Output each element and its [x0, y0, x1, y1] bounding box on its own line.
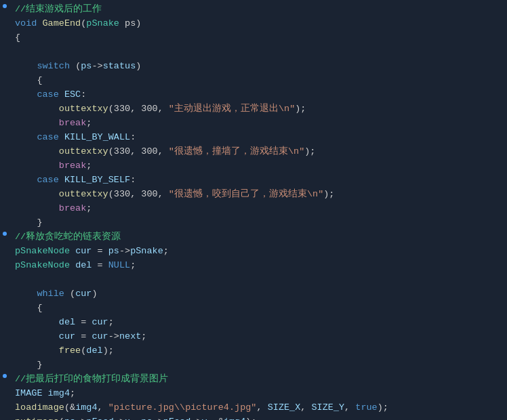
line-content: case ESC: [9, 88, 507, 102]
gutter-marker [0, 358, 9, 360]
line-content: case KILL_BY_WALL: [9, 131, 507, 145]
token: ) [92, 289, 97, 299]
token: //释放贪吃蛇的链表资源 [15, 232, 121, 242]
token: "很遗憾，撞墙了，游戏结束\n" [169, 146, 304, 156]
token: pSnakeNode [15, 260, 75, 270]
gutter-marker [0, 301, 9, 303]
token: -> [75, 417, 86, 420]
gutter-marker [0, 259, 9, 260]
gutter-marker [0, 344, 9, 345]
token: while [37, 289, 70, 299]
token: { [37, 75, 42, 85]
gutter-marker [0, 159, 9, 161]
token: void [15, 18, 43, 28]
token: ); [103, 345, 114, 356]
token: ; [70, 388, 75, 398]
gutter-marker [0, 188, 9, 189]
line-content: IMAGE img4; [9, 387, 507, 401]
gutter-marker [0, 131, 9, 132]
code-line: } [0, 358, 507, 373]
token: break [59, 118, 87, 128]
token: IMAGE [15, 388, 48, 398]
token: ; [86, 203, 92, 213]
token: ESC [64, 89, 81, 100]
token: img4 [48, 388, 70, 398]
line-content: { [9, 31, 507, 45]
token: img4 [224, 417, 245, 420]
code-editor: //结束游戏后的工作void GameEnd(pSnake ps){ switc… [0, 0, 507, 420]
gutter-marker [0, 102, 9, 104]
token: KILL_BY_WALL [64, 132, 130, 142]
gutter-marker [0, 373, 9, 378]
gutter-marker [0, 330, 9, 331]
token: , [300, 402, 311, 413]
token: ( [59, 417, 64, 420]
token: break [59, 161, 87, 171]
token: ps [81, 61, 92, 71]
token: pFood [86, 417, 114, 420]
code-line [0, 45, 507, 60]
token: , [98, 402, 108, 413]
line-content [9, 273, 507, 287]
line-content: pSnakeNode del = NULL; [9, 259, 507, 273]
code-line: while (cur) [0, 287, 507, 301]
line-content: pSnakeNode cur = ps->pSnake; [9, 245, 507, 259]
line-content: void GameEnd(pSnake ps) [9, 17, 507, 31]
token: ( [70, 289, 75, 299]
code-line: pSnakeNode cur = ps->pSnake; [0, 245, 507, 259]
token: (& [64, 402, 75, 413]
code-line: //释放贪吃蛇的链表资源 [0, 230, 507, 245]
token: outtextxy [59, 189, 108, 199]
token: ps [64, 417, 75, 420]
token: -> [119, 246, 130, 256]
gutter-marker [0, 401, 9, 402]
gutter-dot [3, 4, 7, 8]
token: putimage [15, 417, 59, 420]
token: pSnakeNode [15, 246, 75, 256]
gutter-marker [0, 88, 9, 89]
code-line: free(del); [0, 344, 507, 358]
token: -> [108, 331, 119, 341]
token: outtextxy [59, 146, 108, 156]
gutter-dot [3, 232, 7, 236]
token: SIZE_X [268, 402, 301, 413]
line-content: outtextxy(330, 300, "主动退出游戏，正常退出\n"); [9, 102, 507, 117]
gutter-marker [0, 31, 9, 33]
token: ) [136, 61, 141, 71]
gutter-marker [0, 74, 9, 75]
gutter-marker [0, 316, 9, 317]
gutter-marker [0, 3, 9, 8]
token: ); [378, 402, 388, 413]
token: img4 [75, 402, 97, 413]
code-line: switch (ps->status) [0, 60, 507, 74]
token: , & [207, 417, 224, 420]
token: } [37, 217, 42, 228]
code-line: case ESC: [0, 88, 507, 102]
line-content: //结束游戏后的工作 [9, 3, 507, 17]
line-content: loadimage(&img4, "picture.jpg\\picture4.… [9, 401, 507, 415]
token: = [81, 317, 92, 327]
token: } [37, 360, 42, 370]
code-line: { [0, 74, 507, 88]
line-content: { [9, 74, 507, 88]
gutter-marker [0, 45, 9, 47]
token: ); [245, 417, 256, 420]
token: "很遗憾，咬到自己了，游戏结束\n" [169, 189, 323, 199]
code-line: pSnakeNode del = NULL; [0, 259, 507, 273]
code-line: break; [0, 159, 507, 173]
token: , [130, 417, 141, 420]
gutter-marker [0, 202, 9, 203]
gutter-marker [0, 216, 9, 217]
token: : [130, 132, 136, 142]
token: switch [37, 61, 75, 71]
code-line: case KILL_BY_WALL: [0, 131, 507, 145]
token: ; [108, 317, 114, 327]
line-content: } [9, 358, 507, 373]
code-line: outtextxy(330, 300, "很遗憾，咬到自己了，游戏结束\n"); [0, 188, 507, 202]
token: -> [190, 417, 201, 420]
gutter-marker [0, 387, 9, 388]
token: loadimage [15, 402, 64, 413]
token: cur [92, 331, 108, 341]
line-content: outtextxy(330, 300, "很遗憾，咬到自己了，游戏结束\n"); [9, 188, 507, 202]
code-line: putimage(ps->pFood->x, ps->pFood->y, &im… [0, 415, 507, 420]
